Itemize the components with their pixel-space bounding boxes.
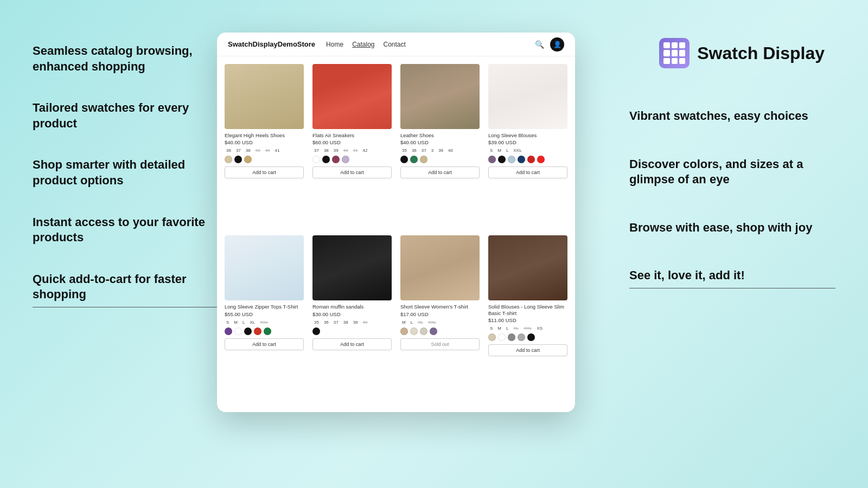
- size-row-p7: MLXLXXL: [400, 319, 480, 325]
- color-swatch-p3-2[interactable]: [420, 156, 427, 163]
- color-swatch-p1-0[interactable]: [225, 156, 232, 163]
- add-to-cart-button-p3[interactable]: Add to cart: [400, 166, 480, 178]
- size-tag-35[interactable]: 35: [400, 147, 409, 153]
- size-tag-39[interactable]: 39: [332, 147, 340, 153]
- right-feature-1-text: Vibrant swatches, easy choices: [629, 108, 835, 124]
- size-tag-39[interactable]: 39: [437, 147, 445, 153]
- right-feature-2-text: Discover colors, and sizes at a glimpse …: [629, 157, 835, 188]
- size-tag-XL[interactable]: XL: [416, 319, 425, 325]
- size-tag-XL[interactable]: XL: [248, 319, 257, 325]
- add-to-cart-button-p8[interactable]: Add to cart: [488, 344, 567, 356]
- color-swatch-p2-0[interactable]: [312, 156, 320, 163]
- brand-name: Swatch Display: [697, 43, 825, 63]
- size-tag-XXL[interactable]: XXL: [512, 147, 523, 153]
- size-row-p1: 363738394041: [225, 147, 304, 153]
- size-tag-M[interactable]: M: [232, 319, 239, 325]
- color-swatch-p4-5[interactable]: [537, 156, 545, 163]
- color-row-p4: [488, 156, 567, 163]
- size-tag-3[interactable]: 3: [430, 147, 435, 153]
- size-tag-S[interactable]: S: [488, 147, 494, 153]
- size-tag-39[interactable]: 39: [352, 319, 360, 325]
- color-swatch-p7-0[interactable]: [400, 328, 408, 335]
- size-row-p6: 353637383940: [312, 319, 392, 325]
- size-tag-L[interactable]: L: [241, 319, 246, 325]
- color-swatch-p8-1[interactable]: [498, 333, 506, 341]
- color-row-p1: [225, 156, 304, 163]
- color-swatch-p7-1[interactable]: [410, 328, 418, 335]
- size-tag-S[interactable]: S: [225, 319, 231, 325]
- size-tag-M[interactable]: M: [400, 319, 407, 325]
- nav-contact[interactable]: Contact: [384, 41, 406, 48]
- add-to-cart-button-p2[interactable]: Add to cart: [312, 166, 392, 178]
- color-swatch-p2-3[interactable]: [342, 156, 349, 163]
- color-swatch-p5-3[interactable]: [254, 328, 261, 335]
- cart-icon[interactable]: 👤: [550, 37, 564, 52]
- size-tag-42[interactable]: 42: [361, 147, 369, 153]
- size-tag-41[interactable]: 41: [273, 147, 282, 153]
- nav-catalog[interactable]: Catalog: [352, 41, 374, 48]
- size-tag-37[interactable]: 37: [332, 319, 340, 325]
- size-tag-36[interactable]: 36: [410, 147, 418, 153]
- size-tag-XXL[interactable]: XXL: [258, 319, 270, 325]
- size-tag-37[interactable]: 37: [312, 147, 321, 153]
- color-swatch-p3-1[interactable]: [410, 156, 418, 163]
- size-tag-L[interactable]: L: [409, 319, 414, 325]
- color-swatch-p2-2[interactable]: [332, 156, 340, 163]
- color-swatch-p6-0[interactable]: [312, 328, 320, 335]
- size-tag-40[interactable]: 40: [446, 147, 455, 153]
- color-swatch-p5-4[interactable]: [264, 328, 271, 335]
- size-tag-L[interactable]: L: [505, 147, 510, 153]
- search-icon[interactable]: 🔍: [534, 39, 545, 50]
- color-swatch-p5-0[interactable]: [225, 328, 232, 335]
- size-tag-39[interactable]: 39: [254, 147, 262, 153]
- size-tag-36[interactable]: 36: [225, 147, 233, 153]
- color-swatch-p2-1[interactable]: [322, 156, 330, 163]
- size-tag-37[interactable]: 37: [420, 147, 428, 153]
- product-image-p3: [400, 64, 480, 129]
- color-swatch-p1-2[interactable]: [244, 156, 252, 163]
- color-swatch-p8-4[interactable]: [527, 333, 535, 341]
- color-swatch-p8-2[interactable]: [508, 333, 515, 341]
- size-tag-M[interactable]: M: [496, 147, 503, 153]
- size-tag-XXL[interactable]: XXL: [426, 319, 438, 325]
- size-tag-L[interactable]: L: [505, 325, 510, 331]
- sold-out-button-p7: Sold out: [400, 338, 480, 350]
- nav-home[interactable]: Home: [326, 41, 343, 48]
- size-tag-41[interactable]: 41: [352, 147, 360, 153]
- size-tag-38[interactable]: 38: [342, 319, 350, 325]
- color-swatch-p4-0[interactable]: [488, 156, 496, 163]
- color-swatch-p7-3[interactable]: [430, 328, 437, 335]
- size-tag-40[interactable]: 40: [264, 147, 272, 153]
- size-tag-XL[interactable]: XL: [512, 325, 520, 331]
- add-to-cart-button-p5[interactable]: Add to cart: [225, 338, 304, 350]
- brand-area: Swatch Display: [659, 38, 825, 68]
- add-to-cart-button-p1[interactable]: Add to cart: [225, 166, 304, 178]
- color-swatch-p1-1[interactable]: [234, 156, 242, 163]
- size-tag-36[interactable]: 36: [322, 319, 330, 325]
- color-swatch-p4-4[interactable]: [527, 156, 535, 163]
- size-tag-38[interactable]: 38: [244, 147, 252, 153]
- brand-icon-cell: [672, 50, 678, 56]
- color-swatch-p5-2[interactable]: [244, 328, 252, 335]
- size-tag-M[interactable]: M: [496, 325, 503, 331]
- color-swatch-p3-0[interactable]: [400, 156, 408, 163]
- size-tag-40[interactable]: 40: [342, 147, 350, 153]
- color-swatch-p4-1[interactable]: [498, 156, 506, 163]
- color-swatch-p7-2[interactable]: [420, 328, 427, 335]
- add-to-cart-button-p6[interactable]: Add to cart: [312, 338, 392, 350]
- size-tag-35[interactable]: 35: [312, 319, 321, 325]
- size-tag-XS[interactable]: XS: [535, 325, 544, 331]
- browser-window: SwatchDisplayDemoStore Home Catalog Cont…: [217, 33, 575, 412]
- size-tag-37[interactable]: 37: [234, 147, 242, 153]
- size-tag-XXL[interactable]: XXL: [522, 325, 533, 331]
- product-image-p4: [488, 64, 567, 129]
- size-tag-S[interactable]: S: [488, 325, 494, 331]
- color-swatch-p8-0[interactable]: [488, 333, 496, 341]
- add-to-cart-button-p4[interactable]: Add to cart: [488, 166, 567, 178]
- color-swatch-p4-3[interactable]: [518, 156, 525, 163]
- size-tag-40[interactable]: 40: [361, 319, 369, 325]
- size-tag-38[interactable]: 38: [322, 147, 330, 153]
- color-swatch-p4-2[interactable]: [508, 156, 515, 163]
- color-swatch-p8-3[interactable]: [518, 333, 525, 341]
- color-swatch-p5-1[interactable]: [234, 328, 242, 335]
